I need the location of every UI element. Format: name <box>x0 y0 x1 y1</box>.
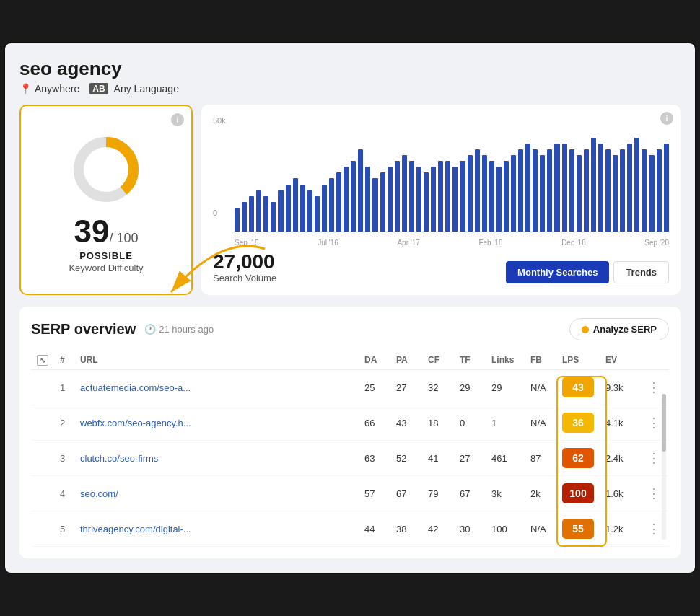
chart-bar-43 <box>547 149 552 232</box>
lps-badge-1: 36 <box>562 413 594 433</box>
row-dots-1[interactable]: ⋮ <box>644 415 663 430</box>
row-ev-0: 9.3k <box>600 370 639 405</box>
row-num-3: 4 <box>54 476 74 511</box>
top-section: i 39/ 100 POSSIBLE Keyword Difficulty i <box>19 105 681 296</box>
row-da-3: 57 <box>359 476 390 511</box>
row-url-4[interactable]: thriveagency.com/digital-... <box>74 511 359 547</box>
serp-time: 🕐 21 hours ago <box>144 324 214 335</box>
row-fb-2: 87 <box>525 441 556 476</box>
chart-bar-53 <box>620 149 625 232</box>
monthly-searches-button[interactable]: Monthly Searches <box>506 261 609 283</box>
chart-bar-48 <box>584 149 589 232</box>
row-expand-4 <box>31 511 54 547</box>
chart-bar-39 <box>518 149 523 232</box>
row-expand-1 <box>31 405 54 441</box>
row-url-0[interactable]: actuatemedia.com/seo-a... <box>74 370 359 405</box>
row-url-1[interactable]: webfx.com/seo-agency.h... <box>74 405 359 441</box>
chart-bar-51 <box>605 149 611 232</box>
row-tf-0: 29 <box>454 370 486 405</box>
row-cf-0: 32 <box>422 370 454 405</box>
row-tf-1: 0 <box>454 405 486 441</box>
lps-badge-3: 100 <box>562 483 594 503</box>
th-expand: ⤡ <box>31 351 54 370</box>
chart-bar-54 <box>627 144 632 232</box>
row-dots-3[interactable]: ⋮ <box>644 486 663 501</box>
th-ev: EV <box>600 351 639 370</box>
chart-bar-6 <box>278 190 283 232</box>
chart-area: 50k 0 <box>213 116 669 232</box>
chart-bar-33 <box>475 149 480 232</box>
chart-bar-14 <box>336 172 341 231</box>
chart-bar-37 <box>504 161 509 232</box>
row-fb-4: N/A <box>525 511 556 547</box>
table-wrapper: ⤡ # URL DA PA CF TF Links FB LPS EV <box>31 351 669 547</box>
keyword-meta: 📍 Anywhere AB Any Language <box>19 83 681 94</box>
row-dots-4[interactable]: ⋮ <box>644 522 663 536</box>
chart-bars <box>235 138 669 232</box>
row-num-1: 2 <box>54 405 74 441</box>
chart-y-top: 50k <box>213 116 226 125</box>
row-expand-3 <box>31 476 54 511</box>
row-lps-2: 62 <box>556 441 600 476</box>
location-icon: 📍 <box>19 83 32 94</box>
chart-bar-52 <box>613 155 618 232</box>
chart-bar-31 <box>460 161 465 232</box>
chart-bar-17 <box>358 149 363 232</box>
table-row: 4 seo.com/ 57 67 79 67 3k 2k 100 1.6k ⋮ <box>31 476 669 511</box>
kd-info-button[interactable]: i <box>171 113 184 126</box>
lps-badge-0: 43 <box>562 377 594 397</box>
chart-bar-36 <box>496 167 502 231</box>
th-links: Links <box>486 351 525 370</box>
url-link-2[interactable]: clutch.co/seo-firms <box>80 453 158 464</box>
row-da-4: 44 <box>359 511 390 547</box>
chart-bar-40 <box>525 144 530 232</box>
row-url-3[interactable]: seo.com/ <box>74 476 359 511</box>
x-label-3: Feb '18 <box>478 239 502 247</box>
arrow-annotation <box>164 249 279 307</box>
trends-button[interactable]: Trends <box>613 261 669 283</box>
language-icon: AB <box>89 83 108 94</box>
row-fb-0: N/A <box>525 370 556 405</box>
row-num-4: 5 <box>54 511 74 547</box>
row-fb-3: 2k <box>525 476 556 511</box>
table-row: 5 thriveagency.com/digital-... 44 38 42 … <box>31 511 669 547</box>
chart-bar-45 <box>562 144 567 232</box>
table-row: 1 actuatemedia.com/seo-a... 25 27 32 29 … <box>31 370 669 405</box>
chart-bar-59 <box>664 144 669 232</box>
row-url-2[interactable]: clutch.co/seo-firms <box>74 441 359 476</box>
row-expand-2 <box>31 441 54 476</box>
chart-bar-29 <box>445 161 450 232</box>
row-lps-0: 43 <box>556 370 600 405</box>
row-tf-2: 27 <box>454 441 486 476</box>
row-dots-2[interactable]: ⋮ <box>644 451 663 465</box>
kd-number: 39 <box>74 214 110 249</box>
scrollbar-thumb[interactable] <box>662 394 666 452</box>
kd-donut-chart <box>70 133 142 206</box>
chart-bar-56 <box>642 149 647 232</box>
serp-time-label: 21 hours ago <box>159 324 214 335</box>
th-actions <box>639 351 669 370</box>
x-label-4: Dec '18 <box>561 239 586 247</box>
chart-bars-wrapper <box>235 116 669 232</box>
serp-table-body: 1 actuatemedia.com/seo-a... 25 27 32 29 … <box>31 370 669 547</box>
url-link-1[interactable]: webfx.com/seo-agency.h... <box>80 418 191 428</box>
chart-bar-41 <box>533 149 538 232</box>
row-cf-3: 79 <box>422 476 454 511</box>
analyze-serp-button[interactable]: Analyze SERP <box>569 318 669 340</box>
url-link-0[interactable]: actuatemedia.com/seo-a... <box>80 382 191 393</box>
chart-bar-42 <box>540 155 545 232</box>
chart-bar-27 <box>431 167 436 231</box>
chart-bar-18 <box>365 167 370 231</box>
serp-section: SERP overview 🕐 21 hours ago Analyze SER… <box>19 307 681 558</box>
url-link-3[interactable]: seo.com/ <box>80 488 118 499</box>
scrollbar-track[interactable] <box>662 394 666 540</box>
chart-bar-9 <box>300 185 305 232</box>
row-dots-0[interactable]: ⋮ <box>644 380 663 395</box>
row-pa-1: 43 <box>390 405 422 441</box>
row-ev-3: 1.6k <box>600 476 639 511</box>
chart-bar-58 <box>657 149 662 232</box>
th-fb: FB <box>525 351 556 370</box>
table-row: 2 webfx.com/seo-agency.h... 66 43 18 0 1… <box>31 405 669 441</box>
th-num: # <box>54 351 74 370</box>
url-link-4[interactable]: thriveagency.com/digital-... <box>80 524 191 534</box>
